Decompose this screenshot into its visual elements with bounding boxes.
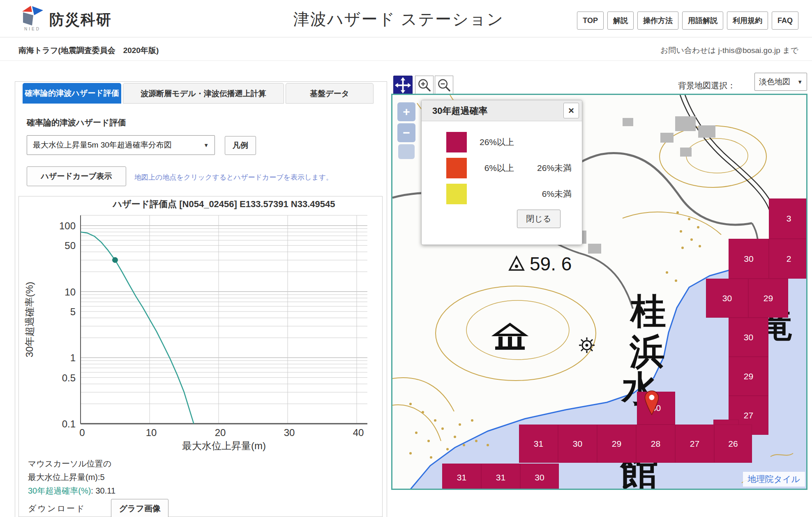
magnifier-plus-icon	[415, 76, 433, 95]
legend-header: 30年超過確率 ×	[422, 100, 582, 121]
probability-cell[interactable]: 29	[729, 357, 768, 396]
left-panel: 確率論的津波ハザード評価 波源断層モデル・津波伝播遡上計算 基盤データ 確率論的…	[15, 81, 387, 517]
cursor-info: マウスカーソル位置の 最大水位上昇量(m):5 30年超過確率(%): 30.1…	[28, 457, 115, 498]
probability-cell[interactable]: 26	[714, 425, 752, 463]
hazard-curve-button[interactable]: ハザードカーブ表示	[27, 166, 126, 186]
page: NIED 防災科研 津波ハザード ステーション TOP解説操作方法用語解説利用規…	[0, 0, 812, 517]
cursor-info-line1: マウスカーソル位置の	[28, 457, 115, 471]
probability-cell[interactable]: 30	[729, 318, 768, 357]
svg-text:0: 0	[79, 427, 85, 438]
nied-logo-icon: NIED	[21, 5, 44, 31]
legend-swatch	[446, 158, 467, 178]
probability-cell[interactable]: 29	[597, 425, 636, 463]
nav-button-5[interactable]: FAQ	[772, 12, 798, 30]
tab-probabilistic-hazard[interactable]: 確率論的津波ハザード評価	[23, 83, 121, 104]
probability-cell[interactable]: 31	[481, 464, 520, 490]
nav-button-0[interactable]: TOP	[577, 12, 604, 30]
legend-label-right: 6%未満	[514, 188, 572, 200]
chevron-down-icon: ▼	[797, 79, 803, 85]
exceedance-value: : 30.11	[91, 486, 115, 495]
map-zoom-in-button[interactable]	[415, 76, 434, 95]
svg-text:20: 20	[215, 427, 226, 438]
move-icon	[394, 76, 412, 95]
probability-cell[interactable]: 27	[675, 425, 714, 463]
map-zoom-control: + −	[397, 102, 415, 161]
legend-label-left: 26%以上	[467, 136, 514, 148]
page-title: 津波ハザード ステーション	[263, 8, 534, 30]
svg-text:30年超過確率(%): 30年超過確率(%)	[24, 282, 35, 357]
map-zoom-out-button[interactable]	[435, 76, 453, 95]
cursor-info-line3: 30年超過確率(%): 30.11	[28, 484, 115, 498]
download-row: ダウンロード グラフ画像	[28, 499, 168, 517]
legend-row: 6%未満	[446, 184, 582, 204]
legend-label-left: 6%以上	[467, 162, 514, 174]
zoom-out-control[interactable]: −	[397, 123, 415, 142]
zoom-in-control[interactable]: +	[397, 102, 415, 121]
nied-logo[interactable]: NIED 防災科研	[21, 5, 112, 31]
map-legend-panel: 30年超過確率 × 26%以上6%以上26%未満6%未満 閉じる	[421, 100, 582, 245]
probability-cell[interactable]: 29	[748, 279, 788, 318]
legend-close-button[interactable]: 閉じる	[517, 210, 561, 228]
svg-text:0.5: 0.5	[62, 372, 76, 383]
legend-button[interactable]: 凡例	[225, 136, 256, 155]
close-icon[interactable]: ×	[563, 103, 579, 118]
hazard-curve-chart: 1005010510.50.1010203040最大水位上昇量(m)30年超過確…	[19, 196, 382, 455]
legend-swatch	[446, 132, 467, 152]
distribution-map-select-value: 最大水位上昇量5m 30年超過確率分布図	[33, 140, 172, 150]
legend-row: 6%以上26%未満	[446, 158, 582, 178]
chevron-down-icon: ▼	[203, 142, 209, 148]
svg-text:0.1: 0.1	[62, 418, 76, 429]
probability-cell[interactable]: 2	[769, 239, 807, 279]
probability-cell[interactable]: 30	[520, 464, 559, 490]
background-map-label: 背景地図選択：	[678, 80, 736, 91]
svg-text:5: 5	[70, 306, 76, 317]
dataset-label: 南海トラフ(地震調査委員会 2020年版)	[18, 45, 159, 56]
panel-heading: 確率論的津波ハザード評価	[27, 117, 126, 128]
probability-cell[interactable]: 30	[706, 279, 748, 318]
svg-text:10: 10	[65, 286, 76, 298]
subheader: 南海トラフ(地震調査委員会 2020年版) お問い合わせは j-this@bos…	[0, 37, 812, 61]
contact-info: お問い合わせは j-this@bosai.go.jp まで	[660, 45, 798, 56]
magnifier-minus-icon	[435, 76, 453, 95]
header-nav: TOP解説操作方法用語解説利用規約FAQ	[577, 12, 798, 30]
background-map-select[interactable]: 淡色地図 ▼	[754, 73, 807, 91]
svg-text:40: 40	[353, 427, 364, 438]
map-attribution[interactable]: 地理院タイル	[743, 472, 805, 487]
svg-text:100: 100	[59, 220, 76, 231]
graph-image-button[interactable]: グラフ画像	[111, 499, 168, 517]
legend-rows: 26%以上6%以上26%未満6%未満	[446, 132, 582, 204]
header: NIED 防災科研 津波ハザード ステーション TOP解説操作方法用語解説利用規…	[0, 0, 812, 37]
probability-cell[interactable]: 31	[519, 425, 558, 463]
svg-text:30: 30	[284, 427, 295, 438]
tab-source-fault-model[interactable]: 波源断層モデル・津波伝播遡上計算	[123, 83, 284, 104]
probability-cell[interactable]: 28	[636, 425, 675, 463]
legend-row: 26%以上	[446, 132, 582, 152]
nav-button-2[interactable]: 操作方法	[637, 12, 678, 30]
nied-logo-sub: NIED	[24, 27, 41, 31]
probability-cell[interactable]: 3	[769, 198, 807, 239]
distribution-map-select[interactable]: 最大水位上昇量5m 30年超過確率分布図 ▼	[27, 135, 215, 155]
tab-base-data[interactable]: 基盤データ	[286, 83, 374, 104]
nav-button-4[interactable]: 利用規約	[727, 12, 768, 30]
nav-button-1[interactable]: 解説	[607, 12, 634, 30]
pin-icon	[644, 389, 660, 418]
svg-text:最大水位上昇量(m): 最大水位上昇量(m)	[182, 440, 266, 451]
exceedance-label: 30年超過確率(%)	[28, 486, 91, 495]
legend-swatch	[446, 184, 467, 204]
map-pan-button[interactable]	[393, 76, 413, 95]
probability-cell[interactable]: 31	[442, 464, 481, 490]
cursor-info-line2: 最大水位上昇量(m):5	[28, 471, 115, 484]
map-layers-button[interactable]	[398, 144, 415, 159]
map-canvas[interactable]: 桂浜水館竜 59. 6 3302302930292730313029282726…	[391, 94, 807, 490]
probability-cell[interactable]: 30	[558, 425, 597, 463]
svg-text:50: 50	[65, 240, 76, 251]
svg-text:10: 10	[146, 427, 157, 438]
map-marker-pin	[644, 389, 660, 420]
probability-cell[interactable]: 30	[729, 239, 769, 279]
svg-text:ハザード評価点 [N054_02456] E133.5739: ハザード評価点 [N054_02456] E133.57391 N33.4954…	[112, 199, 335, 209]
svg-text:1: 1	[70, 352, 76, 363]
background-map-select-value: 淡色地図	[759, 76, 790, 87]
legend-label-right: 26%未満	[514, 162, 572, 174]
download-label: ダウンロード	[28, 503, 85, 514]
nav-button-3[interactable]: 用語解説	[682, 12, 723, 30]
